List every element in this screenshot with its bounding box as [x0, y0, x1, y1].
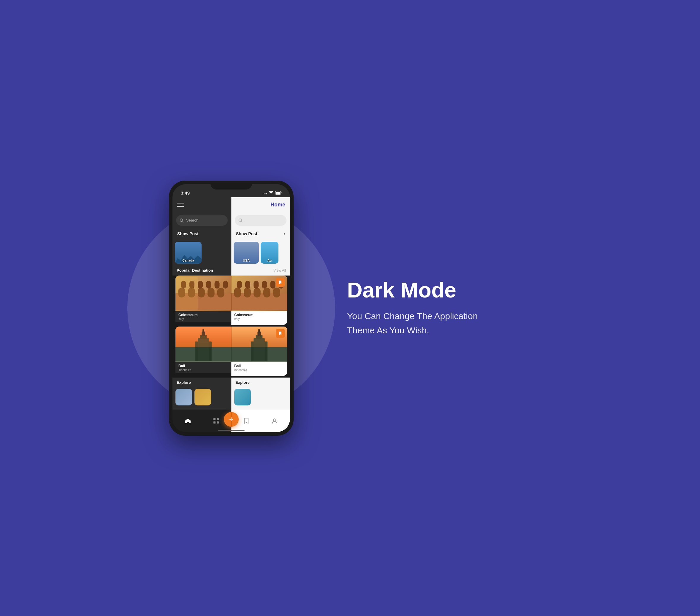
phone-notch	[211, 181, 252, 190]
svg-rect-28	[262, 281, 267, 288]
svg-rect-18	[175, 277, 198, 310]
colosseum-name-dark: Colosseum	[178, 313, 228, 317]
bookmark-nav-icon	[244, 418, 249, 424]
svg-rect-21	[244, 288, 251, 297]
desc-line1: You Can Change The Application	[347, 311, 478, 321]
svg-rect-24	[273, 288, 280, 297]
popular-dest-title-dark: Popular Destination	[177, 268, 213, 272]
svg-rect-14	[198, 281, 203, 288]
bali-country-light: Indonesia	[234, 368, 284, 372]
bookmark-icon	[278, 280, 282, 284]
svg-rect-52	[217, 421, 219, 424]
phone-device: 3:49 ····	[169, 181, 293, 436]
svg-rect-16	[215, 281, 220, 288]
explore-thumb-2-dark[interactable]	[195, 389, 211, 406]
au-label: Au	[267, 259, 272, 262]
colosseum-country-light: Italy	[234, 317, 284, 321]
canada-label: Canada	[182, 259, 194, 262]
bali-bookmark-icon	[278, 331, 282, 335]
colosseum-illustration	[175, 275, 231, 311]
show-post-label-dark: Show Post	[177, 231, 199, 236]
view-all-light[interactable]: View All	[273, 268, 286, 272]
svg-rect-23	[263, 288, 271, 297]
explore-thumb-3-light[interactable]	[234, 389, 251, 406]
hamburger-menu[interactable]	[177, 203, 184, 207]
colosseum-country-dark: Italy	[178, 317, 228, 321]
svg-rect-27	[253, 281, 259, 288]
bali-country-dark: Indonesia	[178, 368, 228, 372]
nav-grid-dark[interactable]	[213, 418, 219, 424]
colosseum-name-light: Colosseum	[234, 313, 284, 317]
home-title: Home	[271, 202, 285, 208]
home-icon-dark	[185, 418, 191, 424]
right-panel: Dark Mode You Can Change The Application…	[329, 267, 531, 349]
dark-mode-description: You Can Change The Application Theme As …	[347, 309, 513, 337]
colosseum-bookmark[interactable]	[276, 278, 285, 287]
nav-profile-light[interactable]	[271, 418, 278, 424]
grid-icon-dark	[213, 418, 219, 424]
status-time: 3:49	[181, 190, 190, 195]
search-placeholder-dark: Search	[186, 218, 198, 222]
svg-rect-11	[217, 288, 224, 297]
search-icon-dark	[179, 218, 184, 222]
svg-rect-15	[206, 281, 211, 288]
category-canada[interactable]: Canada	[175, 242, 202, 264]
bali-name-light: Bali	[234, 364, 284, 368]
usa-label: USA	[243, 259, 250, 262]
category-usa[interactable]: USA	[234, 242, 259, 264]
split-divider	[231, 197, 232, 432]
svg-rect-50	[217, 418, 219, 420]
search-bar-dark[interactable]: Search	[176, 215, 228, 226]
svg-rect-49	[213, 418, 215, 420]
svg-rect-25	[237, 281, 242, 288]
status-icons: ····	[263, 191, 282, 195]
svg-rect-22	[253, 288, 261, 297]
category-au[interactable]: Au	[261, 242, 278, 264]
phone-wrapper: 3:49 ····	[169, 181, 293, 436]
nav-bookmark-light[interactable]	[244, 418, 249, 424]
nav-home-dark[interactable]	[185, 418, 191, 424]
svg-rect-51	[213, 421, 215, 424]
explore-title-dark: Explore	[177, 380, 191, 385]
battery-icon	[275, 191, 282, 195]
phone-screen: 3:49 ····	[173, 184, 290, 432]
dark-mode-title: Dark Mode	[347, 279, 513, 302]
svg-rect-29	[271, 281, 275, 288]
bali-name-dark: Bali	[178, 364, 228, 368]
show-post-label-light: Show Post	[236, 231, 258, 236]
bali-illustration-dark	[175, 326, 231, 362]
svg-rect-26	[245, 281, 250, 288]
search-icon-light	[238, 218, 242, 222]
svg-point-53	[273, 419, 276, 421]
desc-line2: Theme As You Wish.	[347, 325, 429, 335]
page-container: 3:49 ····	[0, 0, 700, 616]
svg-rect-17	[223, 281, 228, 288]
svg-rect-1	[276, 192, 280, 194]
svg-rect-9	[198, 288, 205, 297]
svg-line-3	[183, 221, 184, 222]
svg-rect-10	[208, 288, 215, 297]
bali-bookmark[interactable]	[276, 329, 285, 338]
signal-icon: ····	[263, 191, 267, 195]
search-bar-light[interactable]	[235, 215, 286, 226]
svg-line-5	[241, 221, 242, 222]
explore-thumb-1-dark[interactable]	[175, 389, 192, 406]
explore-title-light: Explore	[235, 380, 250, 385]
wifi-icon	[268, 191, 273, 195]
svg-rect-39	[175, 328, 231, 347]
show-post-arrow[interactable]: ›	[284, 230, 285, 237]
profile-icon	[271, 418, 278, 424]
svg-rect-20	[234, 288, 241, 297]
